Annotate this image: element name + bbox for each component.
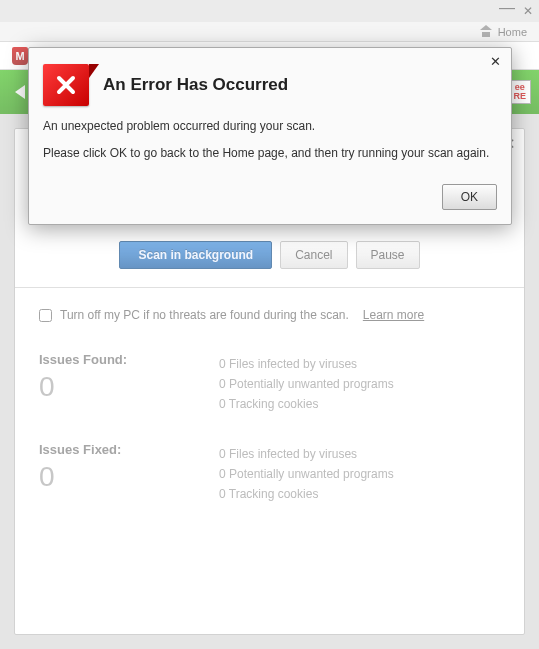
dialog-body: An unexpected problem occurred during yo…: [43, 118, 497, 162]
dialog-footer: OK: [43, 184, 497, 210]
dialog-title: An Error Has Occurred: [103, 75, 288, 95]
dialog-close-icon[interactable]: ✕: [490, 54, 501, 69]
dialog-line1: An unexpected problem occurred during yo…: [43, 118, 497, 135]
error-dialog: ✕ An Error Has Occurred An unexpected pr…: [28, 47, 512, 225]
dialog-header: An Error Has Occurred: [43, 64, 497, 106]
dialog-line2: Please click OK to go back to the Home p…: [43, 145, 497, 162]
error-icon: [43, 64, 89, 106]
app-window: — ✕ Home M ee RE ✕ Scan in background Ca…: [0, 0, 539, 649]
ok-button[interactable]: OK: [442, 184, 497, 210]
